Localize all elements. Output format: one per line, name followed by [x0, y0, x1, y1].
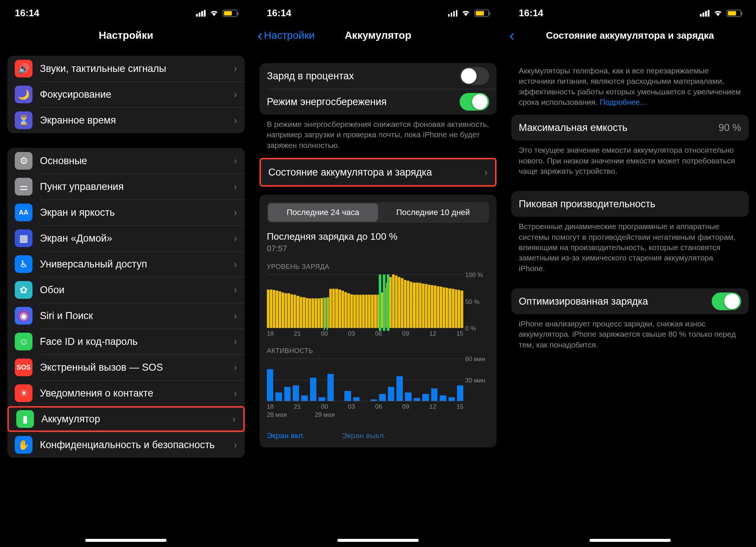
status-indicators	[700, 7, 741, 19]
battery-icon	[474, 10, 489, 17]
battery-usage-card: Последние 24 часа Последние 10 дней Посл…	[260, 195, 497, 447]
status-indicators	[448, 7, 489, 19]
settings-row-label: Face ID и код-пароль	[40, 336, 226, 347]
settings-row-label: Уведомления о контакте	[40, 388, 226, 399]
chevron-right-icon: ›	[234, 387, 237, 399]
settings-row-sos[interactable]: SOSЭкстренный вызов — SOS›	[7, 354, 245, 380]
chevron-left-icon: ‹	[258, 32, 262, 39]
max-capacity-row[interactable]: Максимальная емкость 90 %	[511, 115, 749, 141]
settings-row-face[interactable]: ☺Face ID и код-пароль›	[7, 329, 245, 354]
wifi-icon	[713, 7, 723, 19]
chevron-right-icon: ›	[234, 310, 237, 322]
moon-icon: 🌙	[15, 86, 32, 103]
chevron-right-icon: ›	[234, 232, 237, 244]
settings-row-label: Аккумулятор	[41, 413, 225, 425]
battery-health-screen: 16:14 ‹ Состояние аккумулятора и зарядка…	[504, 0, 756, 547]
battery-screen: 16:14 ‹ Настройки Аккумулятор Заряд в пр…	[252, 0, 504, 547]
status-bar: 16:14	[0, 0, 252, 22]
cellular-icon	[196, 10, 206, 17]
sound-icon: 🔊	[15, 60, 32, 77]
gear-icon: ⚙︎	[15, 152, 32, 170]
settings-group-a: 🔊Звуки, тактильные сигналы›🌙Фокусировани…	[7, 56, 245, 133]
chevron-right-icon: ›	[234, 89, 237, 100]
settings-row-flower[interactable]: ✿Обои›	[7, 277, 245, 303]
flower-icon: ✿	[15, 281, 32, 299]
wifi-icon	[209, 7, 219, 19]
peak-performance-footer: Встроенные динамические программные и ап…	[511, 217, 749, 274]
segment-10d[interactable]: Последние 10 дней	[378, 203, 488, 222]
settings-row-sound[interactable]: 🔊Звуки, тактильные сигналы›	[7, 56, 245, 82]
face-icon: ☺	[15, 333, 32, 350]
settings-row-label: Фокусирование	[40, 89, 226, 100]
max-capacity-value: 90 %	[718, 122, 741, 134]
settings-row-AA[interactable]: AAЭкран и яркость›	[7, 200, 245, 225]
nav-bar: Настройки	[0, 22, 252, 48]
exposure-icon: ☀	[15, 384, 32, 402]
low-power-mode-toggle[interactable]	[460, 93, 489, 111]
battery-icon: ▮	[16, 410, 34, 428]
optimized-charging-footer: iPhone анализирует процесс зарядки, сниж…	[511, 314, 749, 350]
nav-bar: ‹ Состояние аккумулятора и зарядка	[504, 22, 756, 48]
activity-label: АКТИВНОСТЬ	[267, 347, 489, 355]
settings-screen: 16:14 Настройки 🔊Звуки, тактильные сигна…	[0, 0, 252, 547]
max-capacity-footer: Это текущее значение емкости аккумулятор…	[511, 141, 749, 176]
home-indicator[interactable]	[590, 539, 671, 542]
battery-icon	[223, 10, 237, 17]
optimized-charging-group: Оптимизированная зарядка	[511, 288, 749, 314]
legend-screen-on[interactable]: Экран вкл.	[267, 431, 305, 440]
home-indicator[interactable]	[85, 539, 166, 542]
chevron-right-icon: ›	[234, 258, 237, 270]
settings-row-hand[interactable]: ✋Конфиденциальность и безопасность›	[7, 432, 245, 458]
low-power-mode-row[interactable]: Режим энергосбережения	[260, 89, 497, 115]
peak-performance-group: Пиковая производительность	[511, 191, 749, 217]
last-charge-time: 07:57	[267, 244, 489, 253]
settings-row-label: Конфиденциальность и безопасность	[40, 439, 226, 451]
home-indicator[interactable]	[337, 539, 419, 542]
peak-performance-row[interactable]: Пиковая производительность	[511, 191, 749, 217]
grid-icon: ▦	[15, 229, 32, 247]
back-button[interactable]: ‹	[509, 22, 514, 48]
chart-legend: Экран вкл. Экран выкл.	[267, 431, 489, 440]
settings-row-switches[interactable]: ⚌Пункт управления›	[7, 174, 245, 200]
chevron-right-icon: ›	[234, 439, 237, 451]
status-time: 16:14	[267, 7, 292, 19]
settings-row-label: Обои	[40, 284, 226, 296]
access-icon: ♿︎	[15, 255, 32, 273]
wifi-icon	[461, 7, 471, 19]
settings-row-moon[interactable]: 🌙Фокусирование›	[7, 82, 245, 107]
hourglass-icon: ⏳	[15, 111, 32, 129]
learn-more-link[interactable]: Подробнее…	[599, 98, 647, 106]
settings-row-siri[interactable]: ◉Siri и Поиск›	[7, 303, 245, 329]
cellular-icon	[700, 10, 709, 17]
optimized-charging-toggle[interactable]	[712, 292, 741, 310]
settings-row-gear[interactable]: ⚙︎Основные›	[7, 148, 245, 174]
max-capacity-group: Максимальная емкость 90 %	[511, 115, 749, 141]
battery-percentage-row[interactable]: Заряд в процентах	[260, 63, 497, 89]
settings-row-battery[interactable]: ▮Аккумулятор›	[7, 406, 245, 432]
battery-icon	[726, 10, 741, 17]
chevron-right-icon: ›	[234, 114, 237, 126]
back-button[interactable]: ‹ Настройки	[258, 22, 315, 48]
settings-row-exposure[interactable]: ☀Уведомления о контакте›	[7, 380, 245, 406]
AA-icon: AA	[15, 204, 32, 221]
chevron-right-icon: ›	[234, 284, 237, 296]
settings-row-grid[interactable]: ▦Экран «Домой»›	[7, 225, 245, 251]
optimized-charging-row[interactable]: Оптимизированная зарядка	[511, 288, 749, 314]
settings-row-label: Экстренный вызов — SOS	[40, 362, 226, 373]
battery-percentage-toggle[interactable]	[460, 67, 489, 85]
settings-row-hourglass[interactable]: ⏳Экранное время›	[7, 107, 245, 133]
settings-row-label: Пункт управления	[40, 181, 226, 193]
settings-row-label: Звуки, тактильные сигналы	[40, 63, 226, 75]
page-title: Состояние аккумулятора и зарядка	[546, 30, 714, 41]
battery-health-row[interactable]: Состояние аккумулятора и зарядка ›	[261, 159, 495, 185]
segment-24h[interactable]: Последние 24 часа	[268, 203, 378, 222]
battery-level-label: УРОВЕНЬ ЗАРЯДА	[267, 263, 489, 271]
chevron-right-icon: ›	[232, 413, 236, 425]
hand-icon: ✋	[15, 436, 32, 454]
low-power-footer: В режиме энергосбережения снижается фоно…	[260, 115, 497, 150]
status-bar: 16:14	[504, 0, 756, 22]
legend-screen-off[interactable]: Экран выкл.	[342, 431, 386, 440]
settings-row-label: Экранное время	[40, 115, 226, 126]
settings-row-access[interactable]: ♿︎Универсальный доступ›	[7, 251, 245, 277]
page-title: Аккумулятор	[345, 30, 412, 41]
